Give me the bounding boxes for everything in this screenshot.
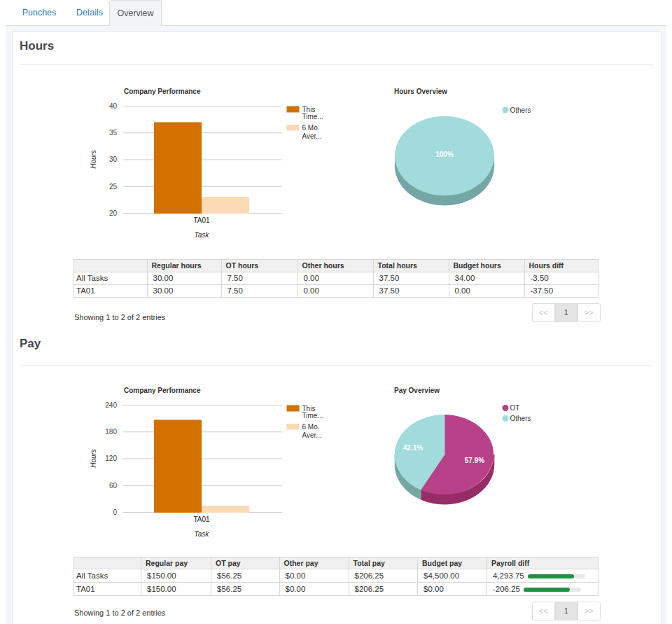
- svg-text:100%: 100%: [435, 151, 454, 158]
- svg-text:25: 25: [109, 183, 118, 190]
- svg-text:Aver...: Aver...: [302, 431, 322, 439]
- svg-text:6 Mo.: 6 Mo.: [302, 423, 320, 431]
- svg-text:Task: Task: [195, 231, 210, 239]
- svg-text:Aver...: Aver...: [302, 132, 322, 140]
- svg-text:Company Performance: Company Performance: [124, 88, 201, 95]
- svg-text:This: This: [302, 106, 316, 113]
- svg-text:Others: Others: [510, 415, 531, 422]
- svg-text:Hours: Hours: [90, 150, 97, 169]
- svg-text:Hours: Hours: [90, 449, 97, 468]
- svg-text:Pay Overview: Pay Overview: [394, 387, 440, 394]
- svg-text:Others: Others: [510, 106, 531, 114]
- svg-text:180: 180: [105, 428, 117, 436]
- svg-text:This: This: [302, 405, 316, 412]
- svg-text:Hours Overview: Hours Overview: [394, 88, 447, 95]
- svg-text:6 Mo.: 6 Mo.: [302, 124, 320, 132]
- svg-text:35: 35: [109, 129, 118, 137]
- svg-text:Company Performance: Company Performance: [124, 387, 201, 394]
- svg-text:60: 60: [109, 482, 118, 490]
- svg-text:OT: OT: [510, 404, 520, 412]
- svg-text:20: 20: [109, 209, 118, 217]
- svg-text:40: 40: [109, 102, 118, 110]
- svg-text:Time...: Time...: [302, 113, 323, 120]
- svg-text:0: 0: [113, 508, 117, 516]
- svg-text:TA01: TA01: [193, 216, 210, 224]
- svg-text:57.9%: 57.9%: [465, 457, 484, 464]
- svg-text:30: 30: [109, 155, 118, 163]
- svg-text:TA01: TA01: [193, 515, 210, 523]
- svg-text:Task: Task: [195, 530, 210, 538]
- svg-text:240: 240: [105, 401, 117, 409]
- svg-text:120: 120: [105, 455, 117, 462]
- svg-text:42.1%: 42.1%: [403, 444, 423, 452]
- svg-text:Time...: Time...: [302, 412, 323, 420]
